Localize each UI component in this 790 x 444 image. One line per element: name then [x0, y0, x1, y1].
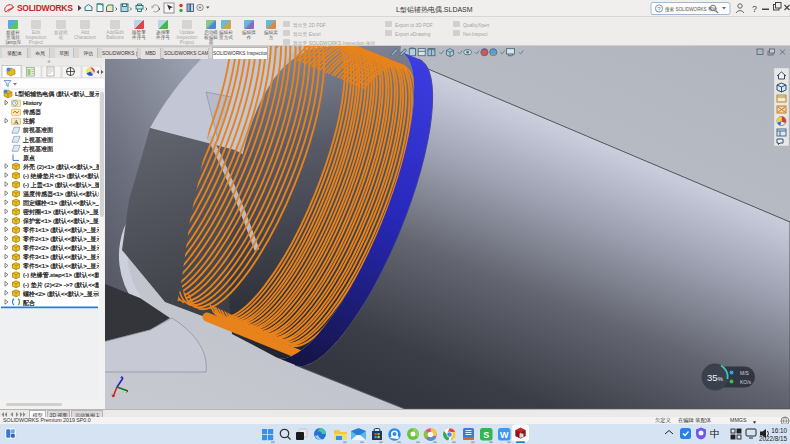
svg-text:中: 中: [710, 428, 720, 439]
svg-text:密封圈<1> (默认<<默认>_显示状: 密封圈<1> (默认<<默认>_显示状: [23, 208, 105, 216]
svg-text:搜索 SOLIDWORKS 帮助: 搜索 SOLIDWORKS 帮助: [664, 6, 717, 13]
svg-text:(-) 绝缘垫片<1> (默认<<默认>_显: (-) 绝缘垫片<1> (默认<<默认>_显: [23, 173, 105, 180]
svg-text:注解: 注解: [23, 117, 35, 125]
svg-text:固定螺栓<1> (默认<<默认>_显示: 固定螺栓<1> (默认<<默认>_显示: [23, 199, 105, 207]
svg-text:S: S: [483, 430, 489, 440]
svg-text:2022/8/15: 2022/8/15: [759, 435, 788, 442]
svg-text:右视基准面: 右视基准面: [22, 145, 53, 153]
svg-text:零件5<1> (默认<<默认>_显示状态: 零件5<1> (默认<<默认>_显示状态: [23, 262, 105, 269]
svg-text:配合: 配合: [23, 300, 35, 307]
svg-text:(-) 垫片 (2)<2> ->? (默认<<默认: (-) 垫片 (2)<2> ->? (默认<<默认: [23, 282, 105, 289]
svg-text:传感器: 传感器: [23, 109, 41, 116]
svg-text:螺栓<2> (默认<<默认>_显示状态: 螺栓<2> (默认<<默认>_显示状态: [23, 290, 105, 298]
svg-text:保护套<1> (默认<<默认>_显示状: 保护套<1> (默认<<默认>_显示状: [23, 217, 105, 224]
svg-text:L型铅辅热电偶.SLDASM: L型铅辅热电偶.SLDASM: [396, 6, 473, 14]
svg-text:SOLIDWORKS: SOLIDWORKS: [17, 3, 73, 13]
svg-text:(-) 上盖<1> (默认<<默认>_显示状: (-) 上盖<1> (默认<<默认>_显示状: [23, 181, 105, 188]
svg-text:16:10: 16:10: [771, 427, 787, 434]
svg-text:前视基准面: 前视基准面: [22, 126, 53, 134]
svg-text:L型铅辅热电偶 (默认<默认_显示状态-1: L型铅辅热电偶 (默认<默认_显示状态-1: [15, 90, 105, 98]
svg-text:KO/s: KO/s: [740, 379, 752, 385]
svg-text:零件2<1> (默认<<默认>_显示状态: 零件2<1> (默认<<默认>_显示状态: [23, 235, 105, 242]
svg-text:原点: 原点: [23, 154, 35, 161]
svg-text:温度传感器<1> (默认<<默认>_显: 温度传感器<1> (默认<<默认>_显: [23, 190, 105, 198]
svg-text:?: ?: [752, 4, 757, 14]
svg-text:A: A: [14, 118, 19, 125]
svg-text:零件2<2> (默认<<默认>_显示状态: 零件2<2> (默认<<默认>_显示状态: [23, 244, 105, 251]
svg-text:零件3<1> (默认<<默认>_显示状态: 零件3<1> (默认<<默认>_显示状态: [23, 253, 105, 260]
svg-text:M/S: M/S: [740, 370, 750, 376]
svg-text:W: W: [500, 430, 509, 440]
svg-text:外壳 (2)<1> (默认<<默认>_显示状: 外壳 (2)<1> (默认<<默认>_显示状: [23, 163, 105, 171]
svg-text:上视基准面: 上视基准面: [22, 136, 53, 144]
svg-text:零件1<1> (默认<<默认>_显示状态: 零件1<1> (默认<<默认>_显示状态: [23, 226, 105, 233]
svg-text:(-) 绝缘管.step<1> (默认<<默认>: (-) 绝缘管.step<1> (默认<<默认>: [23, 271, 105, 279]
svg-text:History: History: [23, 100, 42, 106]
